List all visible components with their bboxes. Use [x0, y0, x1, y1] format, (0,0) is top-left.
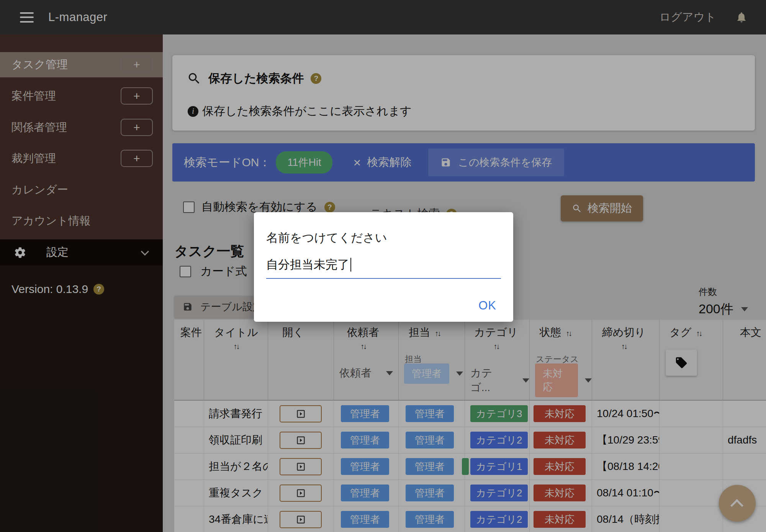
dialog-title: 名前をつけてください [254, 212, 513, 246]
ok-button[interactable]: OK [478, 299, 496, 313]
text-cursor [350, 258, 351, 272]
app-root: L-manager ログアウト タスク管理 案件管理 関係者管理 裁判管理 [0, 0, 766, 532]
search-name-input[interactable]: 自分担当未完了 [266, 257, 501, 279]
save-search-name-dialog: 名前をつけてください 自分担当未完了 OK [254, 212, 513, 322]
search-name-input-value: 自分担当未完了 [266, 257, 349, 273]
